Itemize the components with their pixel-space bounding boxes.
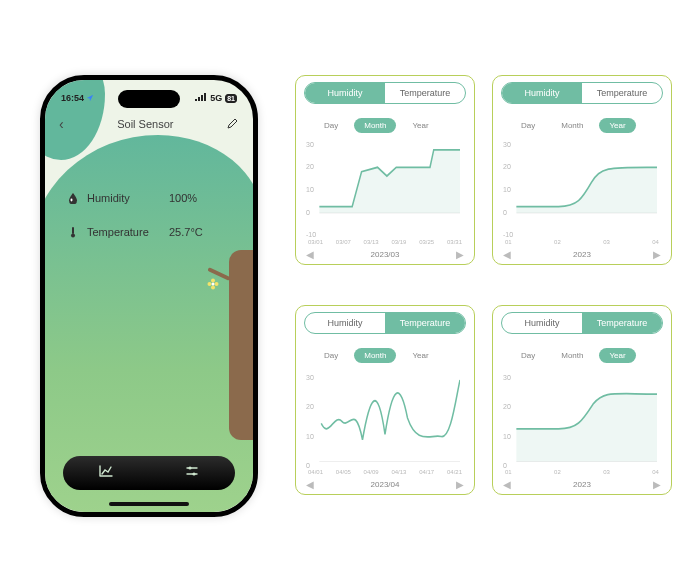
chart-plot: 3020100 bbox=[507, 369, 657, 467]
period-prev[interactable]: ◀ bbox=[306, 249, 314, 260]
humidity-value: 100% bbox=[169, 192, 197, 204]
range-selector: Day Month Year bbox=[314, 348, 466, 363]
chart-card-humidity-month: Humidity Temperature Day Month Year 3020… bbox=[295, 75, 475, 265]
phone-frame: 16:54 5G 81 ‹ Soil Sensor Humidity bbox=[40, 75, 258, 517]
app-header: ‹ Soil Sensor bbox=[45, 112, 253, 136]
temperature-value: 25.7°C bbox=[169, 226, 203, 238]
decor-branch bbox=[229, 250, 258, 440]
svg-point-0 bbox=[211, 279, 215, 283]
range-selector: Day Month Year bbox=[511, 118, 663, 133]
metrics-panel: Humidity 100% Temperature 25.7°C bbox=[67, 192, 203, 260]
range-month[interactable]: Month bbox=[551, 118, 593, 133]
page-title: Soil Sensor bbox=[117, 118, 173, 130]
chart-icon[interactable] bbox=[98, 463, 114, 483]
range-year[interactable]: Year bbox=[402, 348, 438, 363]
svg-point-2 bbox=[211, 286, 215, 290]
svg-rect-10 bbox=[72, 227, 74, 234]
svg-point-11 bbox=[71, 234, 75, 238]
svg-point-4 bbox=[212, 283, 215, 286]
svg-rect-8 bbox=[204, 93, 206, 101]
battery-icon: 81 bbox=[225, 94, 237, 103]
range-month[interactable]: Month bbox=[354, 348, 396, 363]
range-day[interactable]: Day bbox=[314, 348, 348, 363]
period-label: 2023/03 bbox=[371, 250, 400, 259]
network-label: 5G bbox=[210, 93, 222, 103]
range-day[interactable]: Day bbox=[511, 118, 545, 133]
period-label: 2023 bbox=[573, 250, 591, 259]
tab-humidity[interactable]: Humidity bbox=[502, 83, 582, 103]
period-next[interactable]: ▶ bbox=[653, 479, 661, 490]
tab-temperature[interactable]: Temperature bbox=[385, 83, 465, 103]
settings-slider-icon[interactable] bbox=[184, 463, 200, 483]
status-time: 16:54 bbox=[61, 93, 84, 103]
period-next[interactable]: ▶ bbox=[456, 479, 464, 490]
period-prev[interactable]: ◀ bbox=[306, 479, 314, 490]
range-month[interactable]: Month bbox=[551, 348, 593, 363]
svg-point-13 bbox=[192, 472, 195, 475]
edit-icon[interactable] bbox=[227, 117, 239, 131]
period-prev[interactable]: ◀ bbox=[503, 479, 511, 490]
temperature-label: Temperature bbox=[87, 226, 161, 238]
back-button[interactable]: ‹ bbox=[59, 116, 64, 132]
dynamic-island bbox=[118, 90, 180, 108]
metric-tabs: Humidity Temperature bbox=[501, 82, 663, 104]
range-day[interactable]: Day bbox=[314, 118, 348, 133]
chart-plot: 3020100-10 bbox=[310, 139, 460, 237]
chart-card-temperature-month: Humidity Temperature Day Month Year 3020… bbox=[295, 305, 475, 495]
signal-icon bbox=[195, 93, 207, 103]
location-icon bbox=[86, 94, 94, 102]
metric-tabs: Humidity Temperature bbox=[304, 82, 466, 104]
tab-temperature[interactable]: Temperature bbox=[582, 313, 662, 333]
period-prev[interactable]: ◀ bbox=[503, 249, 511, 260]
range-year[interactable]: Year bbox=[599, 348, 635, 363]
range-selector: Day Month Year bbox=[314, 118, 466, 133]
chart-card-temperature-year: Humidity Temperature Day Month Year 3020… bbox=[492, 305, 672, 495]
tab-temperature[interactable]: Temperature bbox=[385, 313, 465, 333]
range-month[interactable]: Month bbox=[354, 118, 396, 133]
bottom-dock bbox=[63, 456, 235, 490]
thermometer-icon bbox=[67, 226, 79, 238]
period-label: 2023/04 bbox=[371, 480, 400, 489]
range-selector: Day Month Year bbox=[511, 348, 663, 363]
svg-point-9 bbox=[71, 199, 73, 202]
chart-plot: 3020100 bbox=[310, 369, 460, 467]
humidity-label: Humidity bbox=[87, 192, 161, 204]
droplet-icon bbox=[67, 192, 79, 204]
range-year[interactable]: Year bbox=[599, 118, 635, 133]
temperature-row: Temperature 25.7°C bbox=[67, 226, 203, 238]
tab-humidity[interactable]: Humidity bbox=[502, 313, 582, 333]
svg-point-3 bbox=[208, 282, 212, 286]
tab-humidity[interactable]: Humidity bbox=[305, 83, 385, 103]
range-year[interactable]: Year bbox=[402, 118, 438, 133]
home-indicator[interactable] bbox=[109, 502, 189, 506]
metric-tabs: Humidity Temperature bbox=[501, 312, 663, 334]
flower-icon bbox=[207, 276, 217, 286]
period-label: 2023 bbox=[573, 480, 591, 489]
svg-rect-6 bbox=[198, 97, 200, 101]
period-next[interactable]: ▶ bbox=[456, 249, 464, 260]
svg-rect-7 bbox=[201, 95, 203, 101]
chart-card-humidity-year: Humidity Temperature Day Month Year 3020… bbox=[492, 75, 672, 265]
humidity-row: Humidity 100% bbox=[67, 192, 203, 204]
period-next[interactable]: ▶ bbox=[653, 249, 661, 260]
range-day[interactable]: Day bbox=[511, 348, 545, 363]
tab-temperature[interactable]: Temperature bbox=[582, 83, 662, 103]
svg-point-1 bbox=[215, 282, 219, 286]
metric-tabs: Humidity Temperature bbox=[304, 312, 466, 334]
tab-humidity[interactable]: Humidity bbox=[305, 313, 385, 333]
svg-rect-5 bbox=[195, 99, 197, 101]
chart-plot: 3020100-10 bbox=[507, 139, 657, 237]
svg-point-12 bbox=[188, 466, 191, 469]
